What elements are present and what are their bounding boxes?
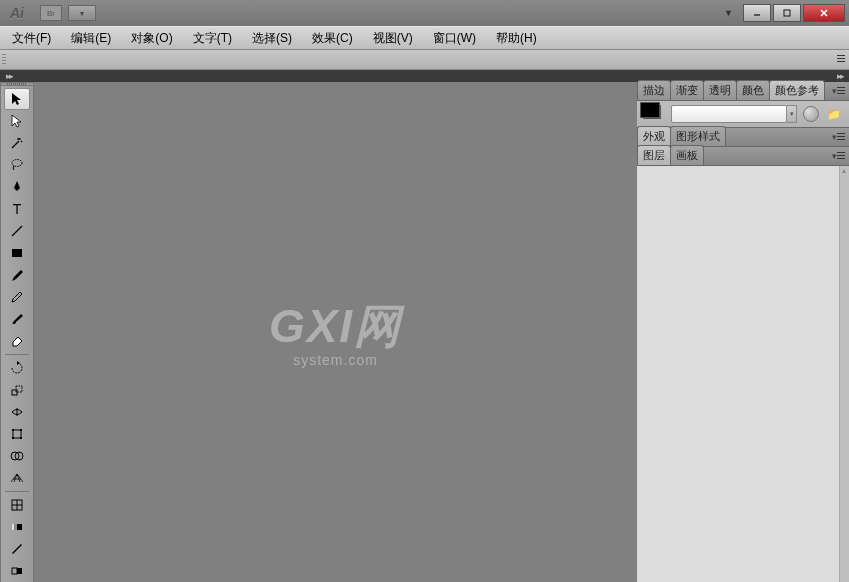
svg-line-6 — [12, 226, 22, 236]
menu-window[interactable]: 窗口(W) — [423, 27, 486, 50]
layers-panel-group: 图层 画板 ▾ — [637, 147, 849, 582]
color-guide-body: ▾ 📁 — [637, 101, 849, 128]
shape-builder-tool[interactable] — [4, 445, 30, 467]
color-panel-tabs: 描边 渐变 透明 颜色 颜色参考 ▾ — [637, 82, 849, 101]
menu-type[interactable]: 文字(T) — [183, 27, 242, 50]
arrange-documents-dropdown[interactable] — [68, 5, 96, 21]
rectangle-tool[interactable] — [4, 242, 30, 264]
svg-rect-25 — [17, 568, 22, 574]
tab-color[interactable]: 颜色 — [736, 80, 770, 100]
save-color-group-icon[interactable]: 📁 — [825, 107, 843, 121]
toolbar-panel: T — [0, 82, 34, 582]
eyedropper-tool[interactable] — [4, 538, 30, 560]
tab-stroke[interactable]: 描边 — [637, 80, 671, 100]
close-button[interactable] — [803, 4, 845, 22]
color-panel-menu-icon[interactable]: ▾ — [832, 86, 845, 96]
svg-rect-15 — [20, 437, 22, 439]
lasso-tool[interactable] — [4, 154, 30, 176]
toolbar: T — [0, 86, 34, 582]
svg-rect-13 — [20, 429, 22, 431]
tool-separator — [5, 491, 29, 492]
app-logo: Ai — [10, 5, 24, 21]
selection-tool[interactable] — [4, 88, 30, 110]
harmony-dropdown-arrow[interactable]: ▾ — [787, 105, 797, 123]
direct-selection-tool[interactable] — [4, 110, 30, 132]
line-tool[interactable] — [4, 220, 30, 242]
pen-tool[interactable] — [4, 176, 30, 198]
blend-tool[interactable] — [4, 560, 30, 582]
free-transform-tool[interactable] — [4, 423, 30, 445]
gradient-tool[interactable] — [4, 516, 30, 538]
title-bar: Ai Br ▼ — [0, 0, 849, 26]
svg-rect-12 — [12, 429, 14, 431]
menu-select[interactable]: 选择(S) — [242, 27, 302, 50]
svg-rect-7 — [12, 249, 22, 257]
eraser-tool[interactable] — [4, 330, 30, 352]
menu-help[interactable]: 帮助(H) — [486, 27, 547, 50]
layers-list[interactable] — [637, 166, 849, 582]
minimize-button[interactable] — [743, 4, 771, 22]
tab-layers[interactable]: 图层 — [637, 145, 671, 165]
blob-brush-tool[interactable] — [4, 308, 30, 330]
expand-left-icon: ▸▸ — [837, 71, 843, 81]
expand-right-icon: ▸▸ — [6, 71, 12, 81]
svg-rect-1 — [784, 10, 790, 16]
canvas-area[interactable]: GXI网 system.com — [34, 82, 637, 582]
tab-graphic-styles[interactable]: 图形样式 — [670, 126, 726, 146]
magic-wand-tool[interactable] — [4, 132, 30, 154]
mesh-tool[interactable] — [4, 494, 30, 516]
window-controls — [743, 4, 845, 22]
layers-panel-menu-icon[interactable]: ▾ — [832, 151, 845, 161]
workspace-switcher[interactable]: ▼ — [724, 8, 733, 18]
active-color-swatch[interactable] — [643, 105, 661, 119]
appearance-panel-menu-icon[interactable]: ▾ — [832, 132, 845, 142]
color-panel-group: 描边 渐变 透明 颜色 颜色参考 ▾ ▾ 📁 — [637, 82, 849, 128]
tool-separator — [5, 354, 29, 355]
paintbrush-tool[interactable] — [4, 264, 30, 286]
scale-tool[interactable] — [4, 379, 30, 401]
menu-object[interactable]: 对象(O) — [121, 27, 182, 50]
type-tool[interactable]: T — [4, 198, 30, 220]
maximize-button[interactable] — [773, 4, 801, 22]
menu-view[interactable]: 视图(V) — [363, 27, 423, 50]
tab-color-guide[interactable]: 颜色参考 — [769, 80, 825, 100]
svg-rect-23 — [12, 524, 14, 530]
svg-rect-24 — [12, 568, 17, 574]
options-bar-menu[interactable] — [837, 54, 845, 64]
options-bar-grip[interactable] — [2, 54, 6, 66]
width-tool[interactable] — [4, 401, 30, 423]
harmony-rules-dropdown[interactable] — [671, 105, 787, 123]
tab-appearance[interactable]: 外观 — [637, 126, 671, 146]
options-bar — [0, 50, 849, 70]
svg-rect-14 — [12, 437, 14, 439]
edit-colors-icon[interactable] — [803, 106, 819, 122]
layers-scrollbar[interactable] — [839, 166, 849, 582]
bridge-button[interactable]: Br — [40, 5, 62, 21]
main-area: T GXI网 system.com — [0, 82, 849, 582]
toolbar-collapse-bar[interactable]: ▸▸ — [0, 70, 34, 82]
rotate-tool[interactable] — [4, 357, 30, 379]
svg-text:T: T — [13, 201, 22, 217]
menu-edit[interactable]: 编辑(E) — [61, 27, 121, 50]
tab-artboards[interactable]: 画板 — [670, 145, 704, 165]
menu-effect[interactable]: 效果(C) — [302, 27, 363, 50]
menu-bar: 文件(F) 编辑(E) 对象(O) 文字(T) 选择(S) 效果(C) 视图(V… — [0, 26, 849, 50]
svg-point-4 — [12, 160, 22, 167]
panel-dock: 描边 渐变 透明 颜色 颜色参考 ▾ ▾ 📁 — [637, 82, 849, 582]
layers-panel-tabs: 图层 画板 ▾ — [637, 147, 849, 166]
pencil-tool[interactable] — [4, 286, 30, 308]
tab-gradient[interactable]: 渐变 — [670, 80, 704, 100]
menu-file[interactable]: 文件(F) — [2, 27, 61, 50]
tab-transparency[interactable]: 透明 — [703, 80, 737, 100]
perspective-grid-tool[interactable] — [4, 467, 30, 489]
svg-rect-11 — [13, 430, 21, 438]
watermark: GXI网 system.com — [269, 296, 402, 368]
